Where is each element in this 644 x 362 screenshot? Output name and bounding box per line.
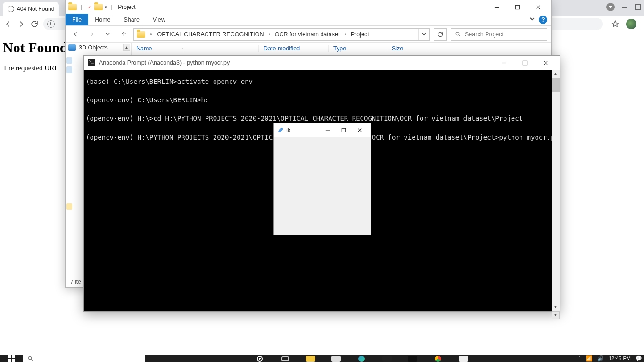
- chrome-tab-title: 404 Not Found: [17, 6, 54, 12]
- explorer-minimize-button[interactable]: [486, 0, 507, 14]
- cmd-minimize-button[interactable]: [494, 56, 514, 70]
- terminal-icon: [88, 59, 95, 66]
- breadcrumb-overflow[interactable]: «: [148, 32, 155, 37]
- svg-rect-3: [523, 61, 527, 65]
- column-headers: Name ▲ Date modified Type Size: [132, 43, 551, 54]
- start-button[interactable]: [3, 355, 20, 362]
- taskbar-clock[interactable]: 12:45 PM: [609, 356, 631, 361]
- scroll-up-icon[interactable]: ▲: [552, 70, 560, 78]
- explorer-title: Project: [118, 4, 135, 10]
- taskbar-tray: ˄ 📶 🔊 12:45 PM 💬: [578, 355, 644, 362]
- refresh-button[interactable]: [434, 28, 447, 41]
- chrome2-maximize-button[interactable]: [635, 4, 641, 10]
- clock-time: 12:45 PM: [609, 356, 631, 361]
- search-placeholder: Search Project: [465, 31, 504, 38]
- taskbar-app-edge[interactable]: [351, 355, 372, 362]
- site-info-icon[interactable]: i: [47, 20, 55, 28]
- nav-item-stub: [66, 203, 72, 210]
- breadcrumb-seg[interactable]: OCR for vietnam dataset: [272, 31, 343, 38]
- column-date[interactable]: Date modified: [259, 45, 329, 52]
- chrome-tab[interactable]: 404 Not Found: [3, 2, 59, 16]
- chevron-right-icon[interactable]: ›: [267, 32, 272, 37]
- explorer-maximize-button[interactable]: [507, 0, 528, 14]
- nav-up-button[interactable]: [117, 28, 130, 41]
- ribbon-tab-home[interactable]: Home: [88, 14, 117, 25]
- ribbon-tab-file[interactable]: File: [66, 14, 88, 25]
- sort-indicator-icon: ▲: [180, 46, 184, 50]
- tk-close-button[interactable]: [352, 123, 368, 137]
- cmd-titlebar[interactable]: Anaconda Prompt (Anaconda3) - python myo…: [84, 56, 560, 70]
- chrome2-profile-icon[interactable]: [606, 3, 615, 11]
- cmd-close-button[interactable]: [535, 56, 556, 70]
- nav-back-button[interactable]: [69, 28, 82, 41]
- taskbar-app-notes[interactable]: [453, 355, 474, 362]
- scroll-thumb[interactable]: [552, 78, 560, 92]
- tray-chevron-up-icon[interactable]: ˄: [578, 355, 581, 362]
- taskbar-app-chrome[interactable]: [427, 355, 449, 362]
- nav-recent-button[interactable]: [101, 28, 114, 41]
- tk-feather-icon: [277, 127, 283, 133]
- taskbar: ˄ 📶 🔊 12:45 PM 💬: [0, 355, 644, 362]
- tray-network-icon[interactable]: 📶: [586, 355, 593, 362]
- taskbar-app-taskview[interactable]: [274, 355, 296, 362]
- cmd-scrollbar[interactable]: ▲ ▼: [552, 70, 560, 311]
- windows-logo-icon: [8, 355, 15, 362]
- nav-item-3d-objects[interactable]: 3D Objects: [66, 43, 131, 52]
- svg-point-5: [28, 356, 31, 360]
- chevron-right-icon[interactable]: ›: [342, 32, 347, 37]
- address-dropdown-icon[interactable]: [418, 29, 429, 40]
- cmd-title: Anaconda Prompt (Anaconda3) - python myo…: [99, 59, 230, 66]
- folder-icon: [137, 31, 145, 38]
- explorer-search-input[interactable]: Search Project: [451, 28, 547, 41]
- reload-button[interactable]: [30, 20, 39, 28]
- column-label: Name: [136, 45, 152, 52]
- help-icon[interactable]: ?: [539, 16, 547, 24]
- chrome2-window-controls: [606, 3, 641, 11]
- forward-button[interactable]: [17, 20, 25, 28]
- column-type[interactable]: Type: [329, 45, 387, 52]
- svg-rect-0: [636, 5, 640, 9]
- nav-item-label: 3D Objects: [79, 44, 108, 51]
- tk-maximize-button[interactable]: [336, 123, 352, 137]
- taskbar-app-cortana[interactable]: [249, 355, 271, 362]
- search-icon: [455, 31, 461, 37]
- tk-titlebar[interactable]: tk: [274, 123, 371, 137]
- search-icon: [27, 355, 33, 362]
- nav-scroll-up-icon[interactable]: ▲: [123, 44, 130, 51]
- breadcrumb-seg[interactable]: OPTICAL CHARACTER RECOGNITION: [155, 31, 267, 38]
- column-name[interactable]: Name ▲: [132, 45, 259, 52]
- folder-icon[interactable]: [94, 4, 103, 10]
- qat-properties-icon[interactable]: ✓: [86, 4, 92, 10]
- scroll-down-icon[interactable]: ▼: [552, 303, 560, 311]
- address-bar[interactable]: « OPTICAL CHARACTER RECOGNITION › OCR fo…: [133, 28, 430, 41]
- tray-notifications-icon[interactable]: 💬: [636, 355, 642, 362]
- qat-dropdown-icon[interactable]: ▾: [105, 5, 107, 9]
- taskbar-app-terminal[interactable]: [402, 355, 423, 362]
- column-size[interactable]: Size: [387, 45, 429, 52]
- explorer-address-row: « OPTICAL CHARACTER RECOGNITION › OCR fo…: [66, 26, 551, 43]
- tray-volume-icon[interactable]: 🔊: [597, 355, 604, 362]
- tk-minimize-button[interactable]: [320, 123, 336, 137]
- chrome-profile-avatar[interactable]: [626, 19, 636, 29]
- chrome2-minimize-button[interactable]: [621, 4, 628, 10]
- bookmark-icon[interactable]: [611, 20, 619, 28]
- taskbar-app-explorer[interactable]: [300, 355, 322, 362]
- nav-forward-button[interactable]: [85, 28, 98, 41]
- explorer-close-button[interactable]: [528, 0, 548, 14]
- folder-icon: [68, 4, 77, 10]
- cmd-options-dropdown-icon[interactable]: ▼: [552, 311, 560, 319]
- svg-rect-4: [342, 128, 346, 132]
- taskbar-search-input[interactable]: [23, 355, 145, 362]
- ribbon-collapse-icon[interactable]: [529, 16, 535, 23]
- quick-access-toolbar: | ✓ ▾ |: [68, 4, 114, 10]
- taskbar-app-pycharm[interactable]: [376, 355, 398, 362]
- svg-point-2: [456, 32, 459, 35]
- ribbon-tab-share[interactable]: Share: [117, 14, 146, 25]
- breadcrumb-seg[interactable]: Project: [348, 31, 372, 38]
- taskbar-app-store[interactable]: [325, 355, 347, 362]
- ribbon-tab-view[interactable]: View: [146, 14, 172, 25]
- cmd-maximize-button[interactable]: [514, 56, 535, 70]
- svg-rect-1: [515, 5, 519, 9]
- back-button[interactable]: [4, 20, 12, 28]
- explorer-titlebar[interactable]: | ✓ ▾ | Project: [66, 0, 551, 14]
